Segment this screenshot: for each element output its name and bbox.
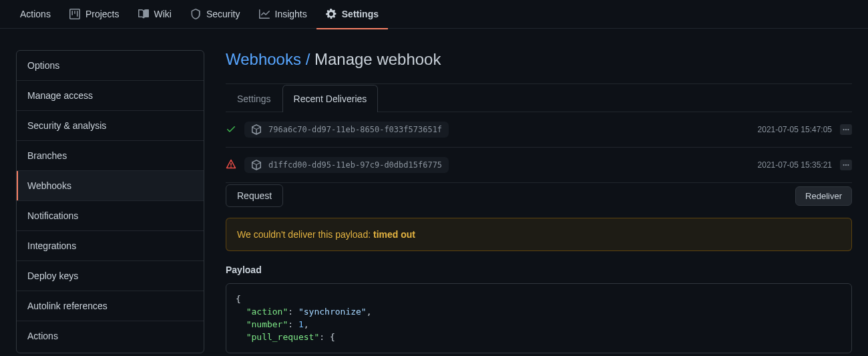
tab-settings[interactable]: Settings	[316, 0, 388, 29]
sidebar-item-label: Webhooks	[27, 180, 71, 191]
delivery-row[interactable]: d1ffcd00-dd95-11eb-97c9-d0dbd15f6775 202…	[226, 148, 852, 183]
redeliver-label: Redeliver	[805, 191, 842, 201]
payload-heading: Payload	[226, 264, 852, 275]
projects-icon	[69, 9, 80, 19]
sidebar-item-manage-access[interactable]: Manage access	[17, 81, 204, 111]
sidebar-item-label: Manage access	[27, 90, 93, 101]
request-tab[interactable]: Request	[226, 184, 283, 207]
package-icon	[251, 160, 262, 170]
delivery-id-badge: 796a6c70-dd97-11eb-8650-f033f573651f	[244, 122, 449, 138]
subtab-label: Recent Deliveries	[294, 94, 367, 104]
tab-projects[interactable]: Projects	[60, 0, 129, 29]
deliveries-list: 796a6c70-dd97-11eb-8650-f033f573651f 202…	[226, 112, 852, 183]
sidebar-item-actions[interactable]: Actions	[17, 321, 204, 351]
sidebar-item-options[interactable]: Options	[17, 51, 204, 81]
request-bar: Request Redeliver	[226, 184, 852, 207]
sidebar-item-notifications[interactable]: Notifications	[17, 201, 204, 231]
breadcrumb-current: Manage webhook	[314, 50, 441, 68]
sidebar-item-label: Branches	[27, 150, 67, 161]
tab-label: Insights	[275, 9, 307, 19]
subtab-label: Settings	[237, 94, 271, 104]
delivery-time: 2021-07-05 15:35:21	[758, 160, 832, 170]
sidebar-item-label: Security & analysis	[27, 120, 106, 131]
alert-reason: timed out	[373, 229, 415, 240]
sidebar-item-deploy-keys[interactable]: Deploy keys	[17, 261, 204, 291]
delivery-row[interactable]: 796a6c70-dd97-11eb-8650-f033f573651f 202…	[226, 112, 852, 148]
tab-label: Settings	[342, 9, 379, 19]
tab-wiki[interactable]: Wiki	[129, 0, 181, 29]
kebab-menu[interactable]	[840, 160, 852, 170]
kebab-icon	[842, 161, 850, 169]
sidebar-item-security-analysis[interactable]: Security & analysis	[17, 111, 204, 141]
kebab-icon	[842, 126, 850, 134]
sidebar-item-label: Actions	[27, 331, 58, 341]
book-icon	[138, 9, 149, 19]
kebab-menu[interactable]	[840, 124, 852, 135]
alert-text: We couldn't deliver this payload:	[237, 229, 373, 240]
delivery-id: d1ffcd00-dd95-11eb-97c9-d0dbd15f6775	[268, 160, 442, 170]
subtab-settings[interactable]: Settings	[226, 85, 282, 112]
request-tab-label: Request	[237, 190, 272, 201]
sidebar-item-integrations[interactable]: Integrations	[17, 231, 204, 261]
sidebar-item-label: Notifications	[27, 210, 78, 221]
tab-label: Actions	[20, 9, 51, 19]
warn-icon	[226, 159, 236, 172]
sidebar-item-label: Deploy keys	[27, 271, 78, 281]
payload-code: { "action": "synchronize", "number": 1, …	[226, 283, 852, 353]
tab-actions[interactable]: Actions	[11, 0, 60, 29]
delivery-error-alert: We couldn't deliver this payload: timed …	[226, 218, 852, 251]
shield-icon	[190, 9, 201, 19]
delivery-time: 2021-07-05 15:47:05	[758, 125, 832, 134]
redeliver-button[interactable]: Redeliver	[795, 186, 852, 206]
gear-icon	[326, 9, 337, 19]
sidebar-item-autolink[interactable]: Autolink references	[17, 291, 204, 321]
subtab-recent-deliveries[interactable]: Recent Deliveries	[282, 85, 379, 112]
breadcrumb: Webhooks / Manage webhook	[226, 50, 852, 84]
repo-tabs: Actions Projects Wiki Security Insights …	[0, 0, 868, 29]
main-content: Webhooks / Manage webhook Settings Recen…	[226, 50, 852, 353]
tab-label: Wiki	[154, 9, 172, 19]
delivery-id: 796a6c70-dd97-11eb-8650-f033f573651f	[268, 125, 442, 134]
sidebar-item-label: Integrations	[27, 240, 76, 251]
webhook-subtabs: Settings Recent Deliveries	[226, 84, 852, 112]
tab-security[interactable]: Security	[181, 0, 250, 29]
tab-label: Projects	[85, 9, 120, 19]
sidebar-item-branches[interactable]: Branches	[17, 141, 204, 171]
tab-label: Security	[206, 9, 240, 19]
package-icon	[251, 124, 262, 135]
breadcrumb-separator: /	[306, 50, 310, 68]
settings-sidebar: Options Manage access Security & analysi…	[16, 50, 204, 353]
graph-icon	[259, 9, 270, 19]
check-icon	[226, 124, 236, 136]
sidebar-item-webhooks[interactable]: Webhooks	[17, 171, 204, 201]
tab-insights[interactable]: Insights	[250, 0, 316, 29]
sidebar-item-label: Options	[27, 60, 59, 71]
breadcrumb-parent[interactable]: Webhooks	[226, 50, 301, 68]
sidebar-item-label: Autolink references	[27, 301, 107, 311]
delivery-id-badge: d1ffcd00-dd95-11eb-97c9-d0dbd15f6775	[244, 157, 449, 173]
